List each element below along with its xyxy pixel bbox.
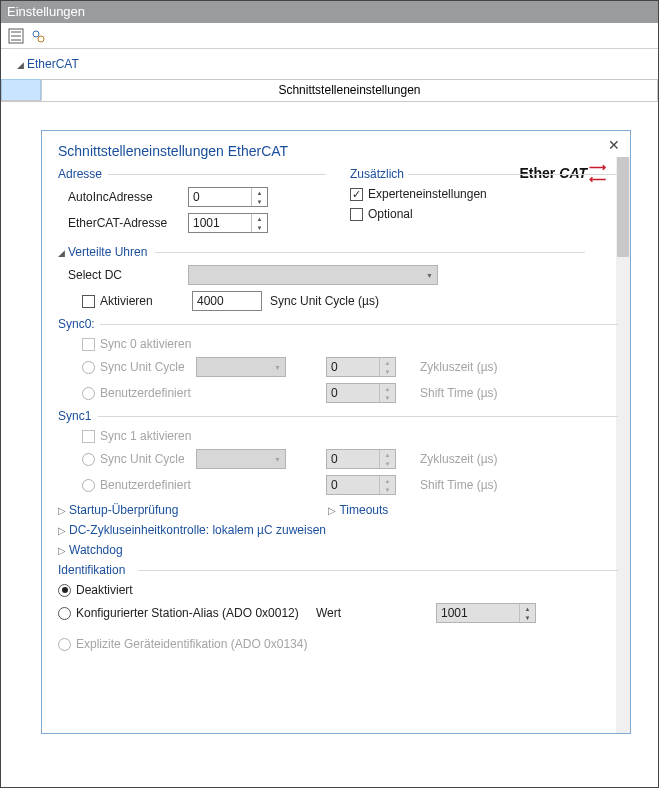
expander-watchdog[interactable]: ▷Watchdog: [58, 543, 618, 557]
ident-explicit-radio[interactable]: [58, 638, 71, 651]
spinner-down-icon[interactable]: ▼: [252, 197, 267, 206]
sync1-user-radio[interactable]: [82, 479, 95, 492]
sync0-activate-checkbox[interactable]: [82, 338, 95, 351]
sync1-activate-checkbox[interactable]: [82, 430, 95, 443]
dc-activate-label: Aktivieren: [100, 294, 192, 308]
close-icon[interactable]: ✕: [608, 137, 620, 153]
ident-disabled-radio[interactable]: [58, 584, 71, 597]
section-additional: Zusätzlich: [350, 167, 618, 181]
autoinc-input[interactable]: ▲▼: [188, 187, 268, 207]
window-title: Einstellungen: [1, 1, 658, 23]
section-sync1: Sync1: [58, 409, 618, 423]
optional-checkbox[interactable]: [350, 208, 363, 221]
triangle-down-icon: ◢: [17, 60, 24, 70]
spinner-up-icon[interactable]: ▲: [252, 214, 267, 223]
sync1-cycle-radio[interactable]: [82, 453, 95, 466]
panel-title: Schnittstelleneinstellungen EtherCAT: [58, 143, 618, 159]
ident-value-label: Wert: [316, 606, 436, 620]
ethercat-addr-label: EtherCAT-Adresse: [68, 216, 188, 230]
expander-distributed-clocks[interactable]: ◢Verteilte Uhren: [58, 245, 618, 259]
sync0-user-radio[interactable]: [82, 387, 95, 400]
toolbar-icon-gears[interactable]: [29, 27, 47, 45]
dc-cycle-input[interactable]: [192, 291, 262, 311]
expert-checkbox[interactable]: ✓: [350, 188, 363, 201]
section-identification: Identifikation: [58, 563, 618, 577]
tab-interface-settings[interactable]: Schnittstelleneinstellungen: [41, 79, 658, 101]
svg-point-4: [33, 31, 39, 37]
autoinc-label: AutoIncAdresse: [68, 190, 188, 204]
sync0-cycle-combo[interactable]: ▼: [196, 357, 286, 377]
expander-startup[interactable]: ▷Startup-Überprüfung: [58, 503, 178, 517]
svg-point-5: [38, 36, 44, 42]
caret-right-icon: ▷: [58, 545, 66, 556]
spinner-up-icon[interactable]: ▲: [252, 188, 267, 197]
tab-spacer[interactable]: [1, 79, 41, 101]
settings-panel: ✕ Schnittstelleneinstellungen EtherCAT E…: [41, 130, 631, 734]
sync1-cycle-label: Sync Unit Cycle: [100, 452, 196, 466]
sync0-cycle-label: Sync Unit Cycle: [100, 360, 196, 374]
caret-right-icon: ▷: [328, 505, 336, 516]
select-dc-label: Select DC: [68, 268, 188, 282]
ident-explicit-label: Explizite Geräteidentifikation (ADO 0x01…: [76, 637, 307, 651]
sync0-cycle-radio[interactable]: [82, 361, 95, 374]
select-dc-combo[interactable]: ▼: [188, 265, 438, 285]
sync1-cycle-combo[interactable]: ▼: [196, 449, 286, 469]
expander-dc-control[interactable]: ▷DC-Zykluseinheitkontrolle: lokalem µC z…: [58, 523, 618, 537]
chevron-down-icon: ▼: [426, 272, 433, 279]
toolbar-icon-list[interactable]: [7, 27, 25, 45]
sync0-shift-input[interactable]: ▲▼: [326, 383, 396, 403]
breadcrumb[interactable]: ◢EtherCAT: [1, 49, 658, 75]
section-sync0: Sync0:: [58, 317, 618, 331]
ident-disabled-label: Deaktiviert: [76, 583, 133, 597]
ident-alias-label: Konfigurierter Station-Alias (ADO 0x0012…: [76, 606, 316, 620]
chevron-down-icon: ▼: [274, 364, 281, 371]
sync1-cycletime-label: Zykluszeit (µs): [420, 452, 498, 466]
sync0-cycletime-label: Zykluszeit (µs): [420, 360, 498, 374]
spinner-down-icon[interactable]: ▼: [252, 223, 267, 232]
breadcrumb-text: EtherCAT: [27, 57, 79, 71]
sync1-activate-label: Sync 1 aktivieren: [100, 429, 191, 443]
sync0-user-label: Benutzerdefiniert: [100, 386, 196, 400]
chevron-down-icon: ▼: [274, 456, 281, 463]
dc-cycle-unit: Sync Unit Cycle (µs): [270, 294, 379, 308]
sync0-shift-label: Shift Time (µs): [420, 386, 498, 400]
sync1-shift-input[interactable]: ▲▼: [326, 475, 396, 495]
dc-activate-checkbox[interactable]: [82, 295, 95, 308]
ident-alias-radio[interactable]: [58, 607, 71, 620]
expert-label: Experteneinstellungen: [368, 187, 487, 201]
sync1-cycletime-input[interactable]: ▲▼: [326, 449, 396, 469]
expander-timeouts[interactable]: ▷Timeouts: [328, 503, 388, 517]
sync1-user-label: Benutzerdefiniert: [100, 478, 196, 492]
toolbar: [1, 23, 658, 49]
caret-right-icon: ▷: [58, 525, 66, 536]
sync0-activate-label: Sync 0 aktivieren: [100, 337, 191, 351]
ident-value-input[interactable]: ▲▼: [436, 603, 536, 623]
tab-row: Schnittstelleneinstellungen: [1, 79, 658, 102]
section-address: Adresse: [58, 167, 326, 181]
sync1-shift-label: Shift Time (µs): [420, 478, 498, 492]
sync0-cycletime-input[interactable]: ▲▼: [326, 357, 396, 377]
scrollbar[interactable]: [616, 157, 630, 733]
optional-label: Optional: [368, 207, 413, 221]
caret-right-icon: ▷: [58, 505, 66, 516]
ethercat-addr-input[interactable]: ▲▼: [188, 213, 268, 233]
triangle-down-icon: ◢: [58, 248, 65, 258]
